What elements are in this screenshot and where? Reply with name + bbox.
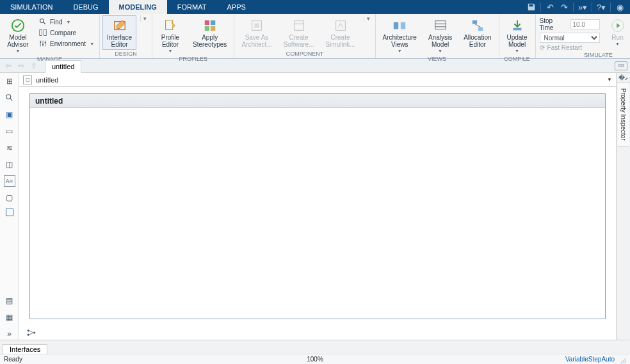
model-data-icon[interactable]: ▦ [4,312,15,323]
left-palette: ⊞ ▣ ▭ ≋ ◫ A≡ ▢ ▤ ▦ » [0,73,19,340]
nav-forward-icon[interactable]: ⇨ [15,60,27,72]
model-hierarchy-icon[interactable]: ◻ [23,75,32,84]
apply-stereotypes-button[interactable]: Apply Stereotypes [188,15,231,50]
chevron-down-icon: ▼ [398,49,402,53]
canvas[interactable]: untitled [29,93,606,319]
variant-icon[interactable]: ◫ [4,159,15,170]
svg-rect-18 [335,21,345,31]
create-software-button: Create Software... [279,15,319,50]
compare-button[interactable]: Compare [36,28,97,38]
model-advisor-button[interactable]: Model Advisor ▼ [3,15,33,55]
svg-line-26 [474,24,480,28]
svg-line-2 [44,22,45,24]
environment-button[interactable]: Environment ▼ [36,38,97,49]
find-button[interactable]: Find ▼ [36,17,97,27]
diagnostic-viewer-icon[interactable] [26,327,37,338]
nav-back-icon[interactable]: ⇦ [3,60,14,72]
group-design-label: DESIGN [102,50,149,58]
svg-point-34 [28,334,29,336]
tab-simulation[interactable]: SIMULATION [0,0,63,14]
expand-palette-icon[interactable]: » [4,328,15,340]
save-as-architecture-button: Save As Architect... [237,15,276,50]
chevron-down-icon: ▼ [615,42,620,46]
fit-to-view-icon[interactable]: ▣ [4,109,15,120]
sample-time-icon[interactable]: ≋ [4,142,15,154]
tab-format[interactable]: FORMAT [167,0,217,14]
redo-icon[interactable]: ↷ [558,1,570,13]
tab-debug[interactable]: DEBUG [63,0,108,14]
group-profiles: Profile Editor ▼ Apply Stereotypes PROFI… [152,14,234,58]
help-icon[interactable]: ?▾ [595,1,608,13]
right-dock: �ވ Property Inspector [616,73,630,340]
canvas-column: ◻ untitled ▼ untitled [19,73,616,340]
breadcrumb-dropdown-icon[interactable]: ▼ [607,77,612,83]
status-solver[interactable]: VariableStepAuto [565,356,615,363]
nav-up-icon[interactable]: ⇧ [28,60,40,72]
interface-editor-icon [113,19,127,33]
check-icon [11,19,25,33]
run-button[interactable]: Run ▼ [605,15,630,48]
chevron-down-icon: ▼ [90,42,94,46]
breadcrumb-model[interactable]: untitled [36,76,58,84]
analysis-model-button[interactable]: Analysis Model ▼ [424,15,456,55]
design-gallery-expand[interactable]: ▾ [140,15,149,22]
svg-rect-3 [40,30,42,36]
property-inspector-tab[interactable]: Property Inspector [618,83,629,146]
status-zoom[interactable]: 100% [307,356,323,363]
svg-point-31 [6,95,10,99]
tab-modeling[interactable]: MODELING [109,0,167,14]
architecture-icon [250,19,264,33]
svg-rect-27 [513,28,521,31]
group-component-label: COMPONENT [237,50,372,58]
svg-rect-21 [435,21,446,29]
group-simulate-label: SIMULATE [538,51,630,59]
resize-grip-icon[interactable] [618,356,626,363]
profile-editor-button[interactable]: Profile Editor ▼ [155,15,186,55]
svg-rect-11 [211,20,215,25]
undo-icon[interactable]: ↶ [544,1,556,13]
svg-point-35 [33,331,35,333]
compare-icon [38,28,47,37]
keyboard-icon[interactable]: ⌨ [615,61,627,70]
stop-time-label: Stop Time [540,17,568,31]
overflow-icon[interactable]: »▾ [576,1,589,13]
ribbon: Model Advisor ▼ Find ▼ Compare Environme… [0,14,630,59]
profile-editor-icon [163,19,177,33]
architecture-views-icon [392,19,407,33]
simulink-icon [334,19,348,33]
stop-time-input[interactable] [570,19,600,29]
group-component: Save As Architect... Create Software... … [234,14,375,58]
requirements-icon[interactable]: ▤ [4,295,15,306]
update-model-button[interactable]: Update Model ▼ [502,15,533,55]
svg-line-37 [29,333,33,335]
solver-mode-select[interactable]: Normal [540,33,600,43]
svg-rect-19 [394,22,398,29]
bottom-tab-bar: Interfaces [0,340,630,354]
svg-point-33 [28,329,29,331]
software-icon [292,19,306,33]
breadcrumb-bar: ◻ untitled ▼ [19,73,616,87]
allocation-editor-button[interactable]: Allocation Editor [459,15,496,50]
image-icon[interactable]: ▢ [4,192,15,203]
toggle-perspective-icon[interactable]: ▭ [4,125,15,137]
svg-point-7 [45,42,46,43]
model-browser-icon[interactable]: ⊞ [4,75,15,87]
zoom-icon[interactable] [4,92,15,104]
fast-restart-icon: ⟳ [540,44,545,51]
file-tab-untitled[interactable]: untitled [45,60,81,73]
architecture-views-button[interactable]: Architecture Views ▼ [378,15,421,55]
chevron-down-icon: ▼ [515,49,519,53]
right-dock-collapse-icon[interactable]: �ވ [617,73,630,83]
tab-interfaces[interactable]: Interfaces [3,344,47,354]
save-icon[interactable] [525,1,538,13]
fast-restart-toggle[interactable]: ⟳ Fast Restart [540,44,600,51]
svg-point-1 [40,19,44,23]
annotation-icon[interactable]: A≡ [4,175,15,187]
area-icon[interactable] [6,209,13,216]
interface-editor-button[interactable]: Interface Editor [102,15,136,50]
tab-apps[interactable]: APPS [216,0,255,14]
component-gallery-expand[interactable]: ▾ [364,15,373,22]
svg-rect-4 [44,30,47,36]
fullscreen-icon[interactable]: ◉ [613,1,626,13]
canvas-body[interactable] [30,108,605,319]
